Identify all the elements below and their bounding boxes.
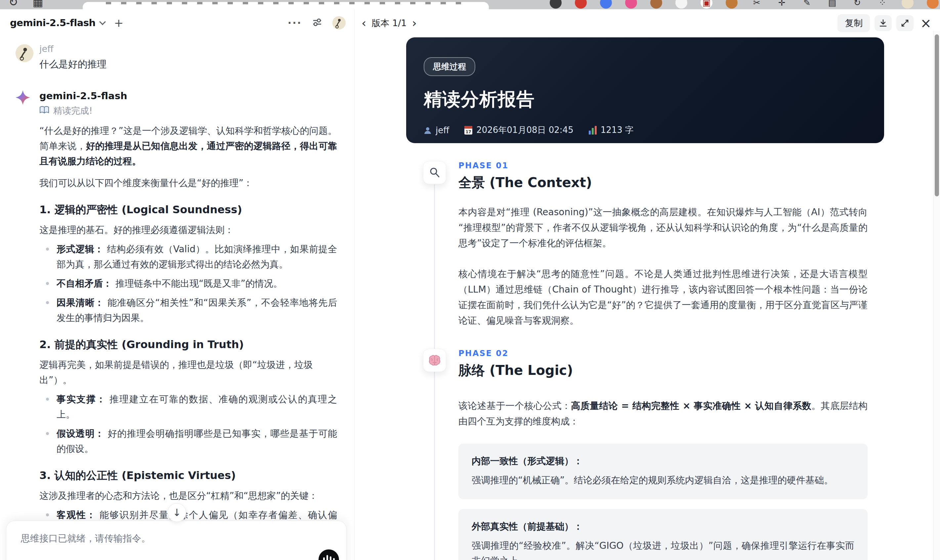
toolbar-icon-crosshair[interactable]: ✛: [776, 0, 788, 9]
bullet-item: 假设透明：好的推理会明确指明哪些是已知事实，哪些是基于可能的假设。: [39, 426, 337, 457]
tab-grid-icon[interactable]: ▦: [33, 0, 43, 9]
assistant-name: gemini-2.5-flash: [39, 90, 333, 102]
extension-icon-row: ▣✂✛✎▤↻⁘: [550, 0, 938, 9]
report-badge: 思维过程: [424, 57, 475, 76]
extension-icon-red-square[interactable]: ▣: [701, 0, 712, 9]
reload-icon[interactable]: ↻: [9, 0, 18, 9]
composer-input[interactable]: 思维接口已就绪，请传输指令。: [21, 532, 332, 545]
chat-scroll-area[interactable]: jeff 什么是好的推理 gemini-2.5-flash: [0, 31, 354, 560]
extension-icon-blue[interactable]: [600, 0, 612, 9]
extension-icon-panda[interactable]: [675, 0, 687, 9]
section-bullets-2: 事实支撑：推理建立在可靠的数据、准确的观测或公认的真理之上。 假设透明：好的推理…: [39, 392, 337, 457]
assistant-paragraph: “什么是好的推理？”这是一个涉及逻辑学、认知科学和哲学核心的问题。简单来说，好的…: [39, 123, 337, 169]
section-intro-2: 逻辑再完美，如果前提是错误的，推理也是垃圾（即“垃圾进，垃圾出”）。: [39, 357, 337, 388]
copy-button[interactable]: 复制: [837, 14, 870, 32]
close-button[interactable]: ×: [920, 15, 931, 31]
fullscreen-button[interactable]: [896, 15, 914, 31]
assistant-message: gemini-2.5-flash 精读完成! “什么是好的推理？”这是一个涉及逻…: [0, 90, 354, 560]
extension-icon-orange[interactable]: [726, 0, 738, 9]
report-title: 精读分析报告: [424, 87, 884, 112]
version-label: 版本 1/1: [371, 17, 407, 29]
artifact-panel: ‹ 版本 1/1 › 复制 ×: [355, 9, 940, 560]
toolbar-icon-grid[interactable]: ⁘: [877, 0, 888, 9]
bullet-item: 形式逻辑：结构必须有效（Valid）。比如演绎推理中，如果前提全部为真，那么通过…: [39, 242, 337, 272]
assistant-paragraph: 我们可以从以下四个维度来衡量什么是“好的推理”：: [39, 175, 337, 191]
assistant-status-text: 精读完成!: [53, 105, 92, 117]
dimension-text: 强调推理的“机械正确”。结论必须在给定的规则系统内逻辑自洽，这是推理的硬件基础。: [472, 473, 854, 488]
scrollbar-thumb[interactable]: [935, 34, 939, 196]
scroll-to-bottom-button[interactable]: ↓: [167, 503, 186, 522]
chevron-left-icon[interactable]: ‹: [362, 17, 366, 29]
chat-panel: gemini-2.5-flash + ···: [0, 9, 354, 560]
attach-button[interactable]: +: [21, 558, 31, 560]
model-selector[interactable]: gemini-2.5-flash: [10, 17, 96, 28]
book-icon: [39, 106, 49, 116]
chat-header: gemini-2.5-flash + ···: [0, 14, 354, 32]
section-title-2: 2. 前提的真实性 (Grounding in Truth): [39, 337, 337, 352]
phase-paragraph: 本内容是对“推理 (Reasoning)”这一抽象概念的高层建模。在知识爆炸与人…: [458, 204, 868, 251]
phase-title: 脉络 (The Logic): [458, 362, 934, 380]
browser-toolbar: ↻▦ ▣✂✛✎▤↻⁘: [0, 0, 940, 9]
phase-paragraph: 该论述基于一个核心公式：高质量结论 = 结构完整性 × 事实准确性 × 认知自律…: [458, 398, 868, 429]
toolbar-icon-scissors[interactable]: ✂: [751, 0, 763, 9]
report-word-count: 1213 字: [589, 124, 634, 136]
phase-section-1: PHASE 01 全景 (The Context) 本内容是对“推理 (Reas…: [355, 161, 934, 328]
screenshot-root: ↻▦ ▣✂✛✎▤↻⁘ gemini-2.5-flash + ···: [0, 0, 940, 560]
phase-title: 全景 (The Context): [458, 174, 934, 192]
app-window: gemini-2.5-flash + ···: [0, 9, 940, 560]
report-meta: jeff 17 2026年01月08日 02:45 1213 字: [424, 124, 884, 136]
version-navigator: ‹ 版本 1/1 ›: [362, 17, 417, 29]
voice-input-button[interactable]: [319, 549, 339, 560]
chevron-down-icon[interactable]: [99, 18, 106, 25]
user-avatar[interactable]: [333, 16, 346, 29]
dimension-box-2: 外部真实性（前提基础）： 强调推理的“经验校准”。解决“GIGO（垃圾进，垃圾出…: [458, 509, 868, 560]
report-author: jeff: [424, 125, 449, 135]
bullet-item: 事实支撑：推理建立在可靠的数据、准确的观测或公认的真理之上。: [39, 392, 337, 422]
download-button[interactable]: [875, 15, 892, 31]
extension-icon-red[interactable]: [575, 0, 587, 9]
arrow-down-icon: ↓: [173, 507, 181, 518]
artifact-actions: 复制 ×: [837, 14, 931, 32]
extension-icon-pink[interactable]: [625, 0, 637, 9]
person-icon: [424, 126, 431, 134]
address-bar-text-truncated: [106, 2, 466, 4]
section-intro-1: 这是推理的基石。好的推理必须遵循逻辑法则：: [39, 223, 337, 238]
report-header-card: 思维过程 精读分析报告 jeff 17 2026年01月08日 02:45: [406, 37, 884, 143]
dimension-title: 外部真实性（前提基础）：: [472, 520, 854, 533]
phase-eyebrow: PHASE 02: [458, 349, 934, 358]
browser-toolbar-left: ↻▦: [9, 0, 43, 9]
message-composer[interactable]: 思维接口已就绪，请传输指令。 +: [6, 521, 347, 560]
phase-eyebrow: PHASE 01: [458, 161, 934, 170]
user-message: jeff 什么是好的推理: [0, 31, 354, 71]
magnifier-icon-card: [423, 161, 446, 184]
report-scroll-area[interactable]: 思维过程 精读分析报告 jeff 17 2026年01月08日 02:45: [355, 32, 934, 560]
chevron-right-icon[interactable]: ›: [412, 17, 416, 29]
dimension-box-1: 内部一致性（形式逻辑）： 强调推理的“机械正确”。结论必须在给定的规则系统内逻辑…: [458, 444, 868, 499]
extension-icon-edge-orange[interactable]: [927, 0, 938, 9]
avatar-icon[interactable]: [901, 0, 914, 9]
toolbar-icon-pen[interactable]: ✎: [801, 0, 813, 9]
extension-icon-dark[interactable]: [550, 0, 562, 9]
bar-chart-icon: [589, 126, 597, 135]
section-title-3: 3. 认知的公正性 (Epistemic Virtues): [39, 468, 337, 483]
message-author: jeff: [39, 44, 333, 54]
new-chat-button[interactable]: +: [114, 16, 124, 29]
calendar-icon: 17: [464, 126, 472, 135]
section-bullets-1: 形式逻辑：结构必须有效（Valid）。比如演绎推理中，如果前提全部为真，那么通过…: [39, 242, 337, 326]
dimension-text: 强调推理的“经验校准”。解决“GIGO（垃圾进，垃圾出）”问题，确保推理引擎运行…: [472, 538, 854, 560]
brain-icon-card: [423, 349, 446, 372]
more-options-button[interactable]: ···: [288, 17, 302, 29]
tune-sliders-icon[interactable]: [312, 17, 322, 29]
composer-toolbar: +: [21, 558, 332, 560]
scrollbar-track[interactable]: [933, 31, 940, 560]
toolbar-icon-clipboard[interactable]: ▤: [826, 0, 838, 9]
toolbar-icon-refresh[interactable]: ↻: [851, 0, 863, 9]
browser-address-bar[interactable]: [83, 2, 489, 9]
phase-paragraph: 核心情境在于解决“思考的随意性”问题。不论是人类通过批判性思维进行决策，还是大语…: [458, 266, 868, 328]
dimension-title: 内部一致性（形式逻辑）：: [472, 455, 854, 468]
assistant-status: 精读完成!: [39, 105, 333, 117]
artifact-toolbar: ‹ 版本 1/1 › 复制 ×: [355, 14, 931, 32]
bullet-item: 不自相矛盾：推理链条中不能出现“既是又非”的情况。: [39, 276, 337, 291]
user-avatar: [15, 44, 33, 62]
extension-icon-brown[interactable]: [650, 0, 662, 9]
